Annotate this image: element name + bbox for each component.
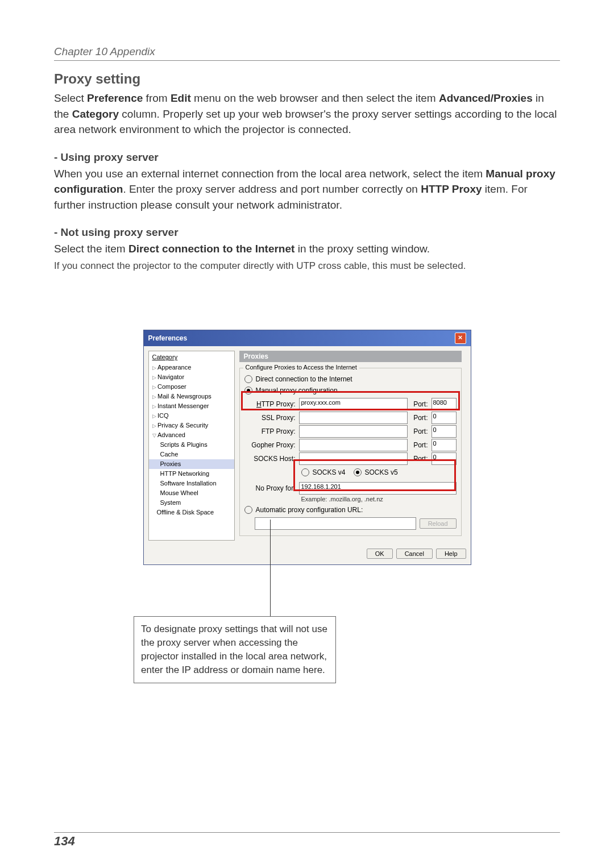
cat-privacy[interactable]: Privacy & Security [149, 421, 234, 430]
chapter-header: Chapter 10 Appendix [54, 45, 560, 61]
not-using-heading: - Not using proxy server [54, 226, 560, 239]
bold-category: Category [72, 108, 119, 120]
using-proxy-heading: - Using proxy server [54, 151, 560, 164]
ftp-proxy-row: FTP Proxy: Port: 0 [244, 425, 457, 438]
port-label: Port: [411, 400, 428, 408]
bold-advanced: Advanced/Proxies [439, 92, 533, 104]
cat-httpnet[interactable]: HTTP Networking [149, 469, 234, 479]
group-legend: Configure Proxies to Access the Internet [243, 364, 359, 371]
txt: from [143, 92, 171, 104]
ok-button[interactable]: OK [367, 549, 393, 559]
radio-direct-label: Direct connection to the Internet [256, 375, 352, 383]
cat-proxies[interactable]: Proxies [149, 459, 234, 469]
cat-appearance[interactable]: Appearance [149, 363, 234, 372]
gopher-proxy-input[interactable] [299, 439, 408, 451]
not-using-paragraph: Select the item Direct connection to the… [54, 241, 560, 257]
ssl-proxy-label: SSL Proxy: [244, 414, 296, 422]
txt: Select [54, 92, 87, 104]
dialog-button-row: OK Cancel Help [144, 545, 471, 564]
cat-im[interactable]: Instant Messenger [149, 401, 234, 411]
dialog-title-text: Preferences [148, 334, 188, 342]
port-label: Port: [411, 414, 428, 422]
radio-icon[interactable] [244, 375, 252, 383]
ssl-proxy-row: SSL Proxy: Port: 0 [244, 412, 457, 424]
using-proxy-paragraph: When you use an external internet connec… [54, 166, 560, 213]
cat-navigator[interactable]: Navigator [149, 372, 234, 382]
reload-button[interactable]: Reload [420, 518, 457, 529]
close-icon[interactable]: × [455, 333, 466, 344]
cat-mouse[interactable]: Mouse Wheel [149, 488, 234, 498]
cat-system[interactable]: System [149, 498, 234, 508]
utp-note: If you connect the projector to the comp… [54, 259, 560, 273]
dialog-titlebar[interactable]: Preferences × [144, 330, 471, 346]
proxies-panel: Proxies Configure Proxies to Access the … [235, 351, 466, 541]
radio-icon[interactable] [244, 506, 252, 514]
radio-manual[interactable]: Manual proxy configuration [244, 387, 457, 394]
port-label: Port: [411, 441, 428, 449]
http-port-input[interactable]: 8080 [432, 398, 457, 410]
port-label: Port: [411, 427, 428, 435]
bold-preference: Preference [87, 92, 143, 104]
txt: column. Properly set up your web browser… [54, 108, 557, 136]
panel-title: Proxies [239, 351, 462, 362]
callout-line [270, 520, 271, 616]
help-button[interactable]: Help [436, 549, 466, 559]
http-proxy-row: HHTTP Proxy:TTP Proxy: proxy.xxx.com Por… [244, 398, 457, 410]
radio-icon[interactable] [301, 468, 309, 476]
radio-auto[interactable]: Automatic proxy configuration URL: [244, 506, 457, 514]
socks-host-label: SOCKS Host: [244, 455, 296, 463]
cat-mail[interactable]: Mail & Newsgroups [149, 392, 234, 401]
radio-socks4[interactable]: SOCKS v4 [301, 468, 346, 476]
http-proxy-input[interactable]: proxy.xxx.com [299, 398, 408, 410]
radio-manual-label: Manual proxy configuration [256, 387, 338, 394]
auto-url-input[interactable] [255, 517, 416, 530]
ssl-proxy-input[interactable] [299, 412, 408, 424]
txt: . Enter the proxy server address and por… [123, 183, 421, 195]
http-proxy-label: HHTTP Proxy:TTP Proxy: [244, 400, 296, 408]
radio-direct[interactable]: Direct connection to the Internet [244, 375, 457, 383]
radio-icon[interactable] [244, 387, 252, 394]
socks4-label: SOCKS v4 [313, 468, 346, 476]
auto-url-row: Reload [244, 517, 457, 530]
gopher-port-input[interactable]: 0 [432, 439, 457, 451]
cat-composer[interactable]: Composer [149, 382, 234, 392]
bold-direct: Direct connection to the Internet [128, 243, 294, 255]
cat-swinst[interactable]: Software Installation [149, 479, 234, 488]
txt: in the proxy setting window. [294, 243, 430, 255]
no-proxy-row: No Proxy for: 192.168.1.201 [244, 482, 457, 495]
cat-scripts[interactable]: Scripts & Plugins [149, 440, 234, 450]
ssl-port-input[interactable]: 0 [432, 412, 457, 424]
socks-host-row: SOCKS Host: Port: 0 [244, 452, 457, 465]
socks5-label: SOCKS v5 [365, 468, 398, 476]
intro-paragraph: Select Preference from Edit menu on the … [54, 90, 560, 138]
cat-icq[interactable]: ICQ [149, 411, 234, 421]
socks-host-input[interactable] [299, 452, 408, 465]
example-text: Example: .mozilla.org, .net.nz [301, 496, 457, 502]
ftp-port-input[interactable]: 0 [432, 425, 457, 438]
cancel-button[interactable]: Cancel [396, 549, 433, 559]
port-label: Port: [411, 455, 428, 463]
bold-edit: Edit [171, 92, 191, 104]
cat-advanced[interactable]: Advanced [149, 430, 234, 440]
category-heading: Category [149, 352, 234, 362]
socks-version-row: SOCKS v4 SOCKS v5 [301, 467, 457, 480]
category-tree[interactable]: Category Appearance Navigator Composer M… [148, 351, 235, 541]
socks-port-input[interactable]: 0 [432, 452, 457, 465]
radio-icon[interactable] [354, 468, 362, 476]
cat-offline[interactable]: Offline & Disk Space [149, 508, 234, 517]
txt: menu on the web browser and then select … [191, 92, 439, 104]
cat-cache[interactable]: Cache [149, 450, 234, 459]
bold-http-proxy: HTTP Proxy [421, 183, 482, 195]
no-proxy-input[interactable]: 192.168.1.201 [299, 482, 457, 495]
ftp-proxy-input[interactable] [299, 425, 408, 438]
gopher-proxy-label: Gopher Proxy: [244, 441, 296, 449]
section-title: Proxy setting [54, 71, 560, 87]
no-proxy-label: No Proxy for: [244, 484, 296, 492]
preferences-dialog: Preferences × Category Appearance Naviga… [143, 330, 471, 565]
callout-box: To designate proxy settings that will no… [134, 616, 336, 683]
gopher-proxy-row: Gopher Proxy: Port: 0 [244, 439, 457, 451]
txt: Select the item [54, 243, 128, 255]
page-number: 134 [54, 832, 560, 849]
radio-socks5[interactable]: SOCKS v5 [354, 468, 398, 476]
txt: When you use an external internet connec… [54, 168, 486, 180]
